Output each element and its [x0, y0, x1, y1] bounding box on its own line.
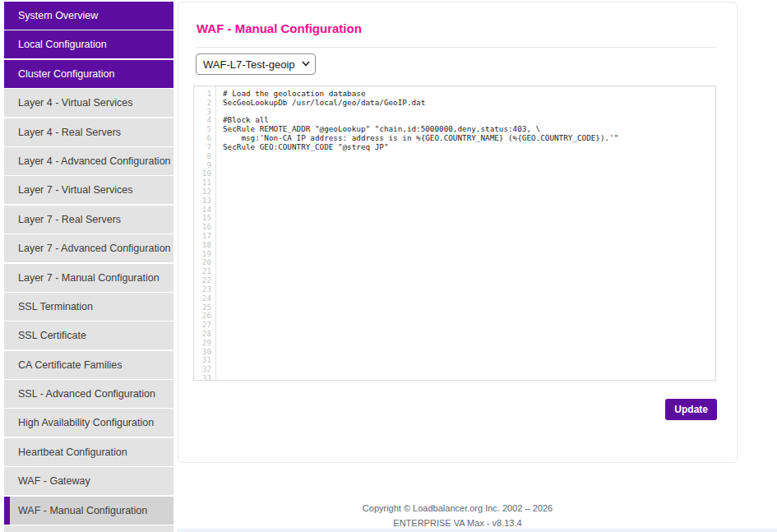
sidebar: System OverviewLocal ConfigurationCluste…	[4, 2, 173, 532]
sidebar-item-waf-gateway[interactable]: WAF - Gateway	[4, 467, 173, 495]
sidebar-item-label: Layer 7 - Advanced Configuration	[18, 243, 171, 254]
sidebar-item-label: WAF - Manual Configuration	[18, 505, 147, 516]
sidebar-item-system-overview[interactable]: System Overview	[4, 2, 173, 30]
sidebar-item-ssl-certificate[interactable]: SSL Certificate	[4, 322, 173, 349]
sidebar-item-layer-7-manual-configuration[interactable]: Layer 7 - Manual Configuration	[4, 264, 173, 292]
footer: Copyright © Loadbalancer.org Inc. 2002 –…	[178, 501, 738, 530]
sidebar-item-waf-manual-configuration[interactable]: WAF - Manual Configuration	[4, 497, 173, 525]
sidebar-item-layer-4-advanced-configuration[interactable]: Layer 4 - Advanced Configuration	[4, 147, 173, 175]
sidebar-item-heartbeat-configuration[interactable]: Heartbeat Configuration	[4, 438, 173, 466]
editor-line-numbers: 1234567891011121314151617181920212223242…	[194, 86, 216, 380]
sidebar-item-label: Layer 7 - Real Servers	[18, 214, 121, 225]
content-card: WAF - Manual Configuration WAF-L7-Test-g…	[178, 2, 738, 463]
sidebar-item-layer-7-real-servers[interactable]: Layer 7 - Real Servers	[4, 206, 173, 234]
sidebar-item-label: WAF - Gateway	[18, 475, 90, 487]
sidebar-item-cluster-configuration[interactable]: Cluster Configuration	[4, 60, 173, 88]
sidebar-item-label: High Availability Configuration	[18, 417, 154, 428]
sidebar-item-ssl-termination[interactable]: SSL Termination	[4, 293, 173, 321]
sidebar-item-label: CA Certificate Families	[18, 359, 122, 371]
sidebar-item-layer-4-real-servers[interactable]: Layer 4 - Real Servers	[4, 118, 173, 146]
sidebar-item-ssl-advanced-configuration[interactable]: SSL - Advanced Configuration	[4, 380, 173, 408]
button-row: Update	[178, 399, 717, 420]
update-button[interactable]: Update	[665, 399, 717, 420]
bottom-strip	[178, 529, 777, 532]
sidebar-item-ca-certificate-families[interactable]: CA Certificate Families	[4, 351, 173, 379]
footer-copyright: Copyright © Loadbalancer.org Inc. 2002 –…	[178, 501, 738, 516]
sidebar-item-label: System Overview	[18, 10, 98, 21]
manual-config-code-editor[interactable]: 1234567891011121314151617181920212223242…	[193, 86, 716, 381]
sidebar-item-high-availability-configuration[interactable]: High Availability Configuration	[4, 409, 173, 437]
sidebar-item-label: Local Configuration	[18, 39, 107, 50]
sidebar-item-label: Layer 7 - Manual Configuration	[18, 272, 160, 284]
title-divider	[197, 47, 717, 48]
sidebar-item-label: SSL Certificate	[18, 330, 86, 341]
waf-service-select-wrapper: WAF-L7-Test-geoip	[196, 53, 316, 75]
page-title: WAF - Manual Configuration	[197, 21, 737, 35]
sidebar-item-label: SSL Termination	[18, 301, 93, 312]
sidebar-item-layer-7-advanced-configuration[interactable]: Layer 7 - Advanced Configuration	[4, 234, 173, 262]
sidebar-item-label: Cluster Configuration	[18, 68, 114, 80]
sidebar-item-layer-4-virtual-services[interactable]: Layer 4 - Virtual Services	[4, 89, 173, 117]
editor-code-content[interactable]: # Load the geolocation database SecGeoLo…	[216, 86, 715, 380]
sidebar-item-partial[interactable]	[4, 525, 173, 532]
sidebar-item-label: Layer 7 - Virtual Services	[18, 184, 132, 196]
waf-service-select[interactable]: WAF-L7-Test-geoip	[196, 53, 316, 75]
sidebar-item-local-configuration[interactable]: Local Configuration	[4, 30, 173, 58]
sidebar-item-label: Layer 4 - Real Servers	[18, 127, 121, 138]
sidebar-item-label: Heartbeat Configuration	[18, 446, 127, 458]
sidebar-item-layer-7-virtual-services[interactable]: Layer 7 - Virtual Services	[4, 176, 173, 204]
sidebar-item-label: SSL - Advanced Configuration	[18, 388, 155, 400]
sidebar-item-label: Layer 4 - Virtual Services	[18, 97, 132, 109]
sidebar-item-label: Layer 4 - Advanced Configuration	[18, 155, 171, 167]
